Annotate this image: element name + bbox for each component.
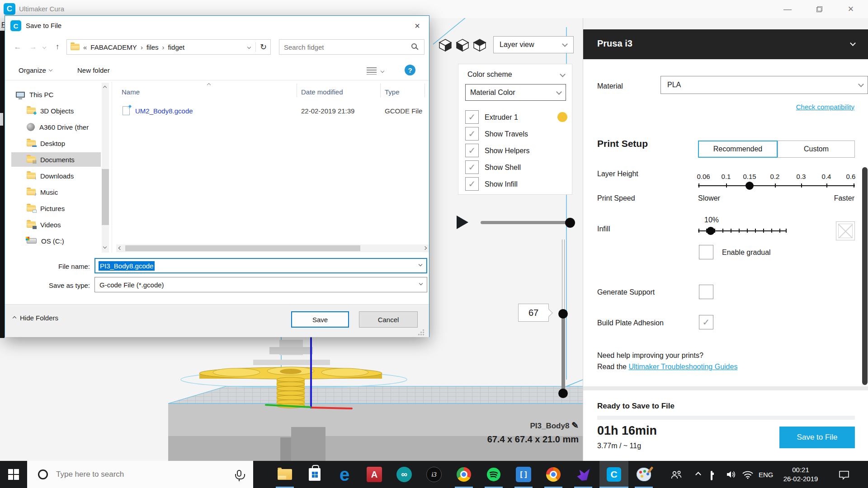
save-type-combo[interactable]: G-code File (*.gcode) [94, 277, 427, 292]
build-plate-adhesion-checkbox[interactable]: ✓ [699, 315, 713, 329]
column-separator[interactable] [380, 84, 381, 97]
breadcrumb-item[interactable]: FABACADEMY [90, 43, 137, 51]
material-select[interactable]: PLA [660, 76, 868, 94]
layer-height-slider[interactable] [698, 185, 855, 186]
filelist-hscrollbar[interactable] [116, 244, 429, 252]
sidebar-item-a360-drive[interactable]: A360 Drive (ther [11, 120, 101, 134]
scroll-down-icon[interactable] [103, 245, 107, 249]
layer-slider-bottom-handle[interactable] [558, 389, 568, 398]
troubleshooting-guides-link[interactable]: Ultimaker Troubleshooting Guides [628, 363, 737, 371]
breadcrumb-item[interactable]: fidget [168, 43, 185, 51]
up-button[interactable]: ↑ [51, 41, 64, 53]
sidebar-scrollbar[interactable] [102, 83, 109, 253]
scroll-left-icon[interactable] [118, 246, 122, 250]
view-mode-select[interactable]: Layer view [493, 36, 574, 53]
enable-gradual-checkbox[interactable] [699, 245, 713, 259]
panel-scrollbar[interactable] [862, 167, 868, 385]
taskbar-search[interactable] [27, 461, 253, 488]
search-icon[interactable] [411, 43, 417, 49]
column-separator[interactable] [425, 84, 425, 97]
file-name-combo[interactable]: PI3_Body8.gcode [94, 258, 427, 273]
taskbar-icon-chrome[interactable] [450, 461, 477, 488]
sidebar-item-3d-objects[interactable]: ◆3D Objects [11, 103, 101, 118]
scroll-up-icon[interactable] [103, 86, 107, 89]
tray-expand-icon[interactable] [695, 472, 701, 478]
new-folder-button[interactable]: New folder [77, 66, 110, 74]
people-icon[interactable] [670, 470, 683, 480]
taskbar-icon-dragon[interactable] [570, 461, 597, 488]
taskbar-icon-paint[interactable] [630, 461, 657, 488]
simulation-slider-handle[interactable] [565, 218, 575, 228]
breadcrumb-item[interactable]: files [146, 43, 159, 51]
sidebar-item-pictures[interactable]: Pictures [11, 201, 101, 216]
close-button[interactable]: × [838, 0, 863, 18]
check-compatibility-link[interactable]: Check compatibility [796, 103, 854, 111]
view-layer-icon[interactable] [472, 38, 487, 52]
layer-slider-track-bottom[interactable] [561, 316, 565, 390]
edit-name-icon[interactable]: ✎ [571, 421, 579, 430]
save-to-file-button[interactable]: Save to File [779, 427, 855, 448]
layer-slider-track-top[interactable] [562, 239, 565, 310]
taskbar-icon-edge[interactable]: e [331, 461, 358, 488]
action-center-icon[interactable] [839, 470, 849, 480]
chevron-down-icon[interactable] [560, 71, 566, 77]
scroll-right-icon[interactable] [423, 246, 427, 250]
start-button[interactable] [0, 461, 27, 488]
show-shell-checkbox[interactable]: ✓ [465, 160, 479, 174]
taskbar-icon-explorer[interactable] [271, 461, 298, 488]
show-infill-checkbox[interactable]: ✓ [465, 177, 479, 191]
chevron-down-icon[interactable] [419, 263, 422, 266]
clock[interactable]: 00:21 26-02-2019 [774, 465, 827, 483]
battery-icon[interactable] [711, 471, 712, 480]
show-helpers-checkbox[interactable]: ✓ [465, 144, 479, 157]
hscrollbar-thumb[interactable] [125, 245, 360, 251]
sidebar-item-videos[interactable]: Videos [11, 217, 101, 232]
resize-grip[interactable] [423, 329, 424, 331]
minimize-button[interactable]: — [775, 0, 800, 18]
view-options-chevron-icon[interactable] [381, 69, 384, 73]
column-header-name[interactable]: Name [122, 88, 140, 96]
volume-icon[interactable] [726, 470, 737, 479]
sidebar-item-desktop[interactable]: ▬Desktop [11, 136, 101, 150]
restore-button[interactable] [807, 0, 832, 18]
refresh-icon[interactable]: ↻ [255, 42, 267, 52]
taskbar-icon-autocad[interactable]: A [361, 461, 388, 488]
layer-slider-handle[interactable] [558, 309, 568, 319]
breadcrumb-bar[interactable]: « FABACADEMY › files › fidget ↻ [66, 39, 271, 55]
extruder1-checkbox[interactable]: ✓ [465, 110, 479, 124]
taskbar-icon-store[interactable] [301, 461, 328, 488]
generate-support-checkbox[interactable] [699, 285, 713, 299]
taskbar-search-input[interactable] [56, 470, 205, 479]
column-header-date[interactable]: Date modified [301, 88, 343, 96]
column-separator[interactable] [297, 84, 297, 97]
forward-button[interactable]: → [27, 41, 39, 53]
simulation-slider[interactable] [481, 221, 571, 224]
taskbar-icon-cura[interactable]: C [599, 461, 628, 488]
microphone-icon[interactable] [237, 470, 241, 477]
column-header-type[interactable]: Type [385, 88, 400, 96]
model-name[interactable]: PI3_Body8 [530, 422, 569, 430]
taskbar-icon-arduino[interactable]: ∞ [391, 461, 418, 488]
color-scheme-select[interactable]: Material Color [465, 84, 566, 101]
sidebar-item-documents[interactable]: ▤Documents [11, 152, 101, 167]
taskbar-icon-spotify[interactable] [480, 461, 507, 488]
layer-height-handle[interactable] [745, 182, 754, 190]
view-xray-icon[interactable] [455, 38, 470, 52]
search-input[interactable] [284, 40, 410, 54]
sidebar-item-os-c[interactable]: OS (C:) [11, 234, 101, 248]
view-list-icon[interactable] [367, 67, 377, 75]
cancel-button[interactable]: Cancel [359, 311, 418, 328]
taskbar-icon-brackets[interactable]: [ ] [510, 461, 537, 488]
sidebar-item-downloads[interactable]: ↓Downloads [11, 169, 101, 183]
language-indicator[interactable]: ENG [759, 471, 774, 479]
show-travels-checkbox[interactable]: ✓ [465, 127, 479, 141]
tab-custom[interactable]: Custom [778, 141, 855, 158]
nav-history-chevron-icon[interactable] [42, 45, 46, 49]
organize-menu[interactable]: Organize [19, 66, 52, 74]
save-button[interactable]: Save [291, 311, 349, 328]
hide-folders-button[interactable]: Hide Folders [13, 314, 58, 322]
view-standard-icon[interactable] [438, 38, 453, 52]
sidebar-scrollbar-thumb[interactable] [102, 169, 109, 225]
play-button[interactable] [457, 216, 468, 229]
breadcrumb-dropdown-icon[interactable] [247, 45, 251, 49]
